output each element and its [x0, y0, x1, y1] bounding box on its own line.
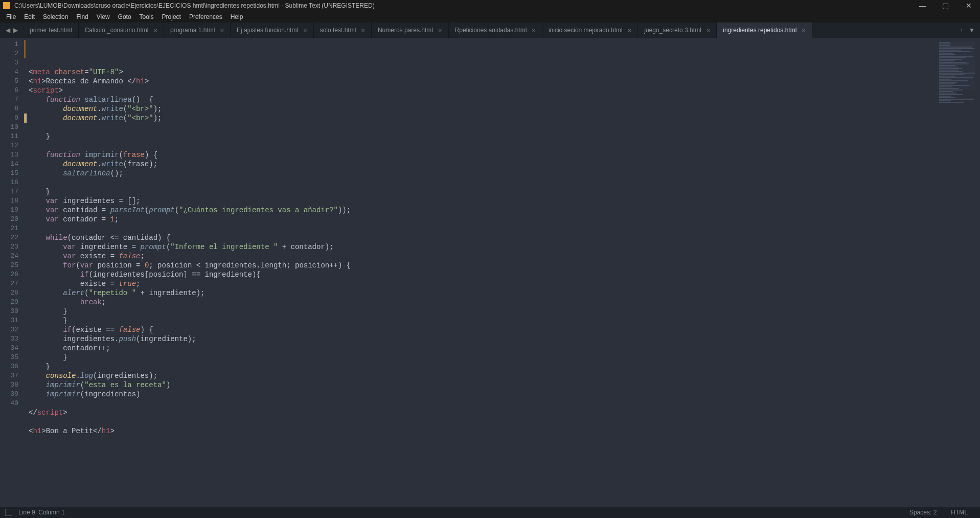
tab-close-icon[interactable]: ×: [361, 27, 365, 34]
code-line[interactable]: document.write("<br>");: [29, 104, 919, 114]
close-button[interactable]: ✕: [957, 0, 980, 11]
menu-tools[interactable]: Tools: [135, 13, 158, 20]
tab-close-icon[interactable]: ×: [706, 27, 711, 34]
menu-selection[interactable]: Selection: [39, 13, 72, 20]
tab-label: inicio secion mejorado.html: [549, 27, 623, 34]
code-line[interactable]: [29, 178, 919, 187]
code-line[interactable]: function imprimir(frase) {: [29, 150, 919, 160]
code-line[interactable]: }: [29, 316, 919, 325]
code-line[interactable]: [29, 224, 919, 233]
status-position[interactable]: Line 9, Column 1: [18, 509, 65, 516]
code-line[interactable]: var contador = 1;: [29, 215, 919, 224]
code-line[interactable]: for(var posicion = 0; posicion < ingredi…: [29, 261, 919, 270]
code-line[interactable]: [29, 123, 919, 132]
code-line[interactable]: [29, 417, 919, 426]
status-syntax[interactable]: HTML: [944, 509, 975, 516]
tab-label: Ej ajustes funcion.html: [237, 27, 298, 34]
menu-find[interactable]: Find: [72, 13, 92, 20]
menu-preferences[interactable]: Preferences: [185, 13, 226, 20]
tab-nav-prev[interactable]: ◀: [4, 27, 12, 34]
maximize-button[interactable]: ▢: [934, 0, 957, 11]
tab-0[interactable]: primer test.html: [24, 22, 79, 38]
code-line[interactable]: function saltarlinea() {: [29, 95, 919, 104]
line-gutter: 1234567891011121314151617181920212223242…: [0, 38, 26, 507]
menu-project[interactable]: Project: [158, 13, 185, 20]
code-line[interactable]: contador++;: [29, 344, 919, 353]
code-line[interactable]: if(existe == false) {: [29, 325, 919, 334]
menu-edit[interactable]: Edit: [20, 13, 39, 20]
tab-nav-arrows: ◀ ▶: [0, 22, 24, 38]
tab-9[interactable]: ingredientes repetidos.html×: [717, 22, 812, 38]
tab-label: ingredientes repetidos.html: [723, 27, 796, 34]
tab-label: Rpeticiones anidadas.html: [455, 27, 527, 34]
minimap[interactable]: [919, 38, 980, 507]
code-line[interactable]: break;: [29, 298, 919, 307]
code-line[interactable]: saltarlinea();: [29, 169, 919, 178]
code-line[interactable]: var existe = false;: [29, 252, 919, 261]
minimize-button[interactable]: —: [911, 0, 934, 11]
menu-file[interactable]: File: [2, 13, 20, 20]
window-title: C:\Users\LUMOB\Downloads\cruso oracle\Ej…: [14, 2, 911, 9]
code-line[interactable]: }: [29, 307, 919, 316]
tabbar: ◀ ▶ primer test.htmlCalculo _consumo.htm…: [0, 22, 980, 38]
app-icon: [3, 2, 10, 9]
code-line[interactable]: var ingredientes = [];: [29, 196, 919, 206]
tab-close-icon[interactable]: ×: [438, 27, 442, 34]
code-area[interactable]: <meta charset="UTF-8"><h1>Recetas de Arm…: [26, 38, 919, 507]
code-line[interactable]: var cantidad = parseInt(prompt("¿Cuántos…: [29, 206, 919, 215]
panel-switcher-icon[interactable]: [5, 509, 12, 516]
code-line[interactable]: }: [29, 187, 919, 196]
status-indent[interactable]: Spaces: 2: [902, 509, 944, 516]
tab-close-icon[interactable]: ×: [532, 27, 536, 34]
code-line[interactable]: existe = true;: [29, 279, 919, 288]
tab-close-icon[interactable]: ×: [628, 27, 632, 34]
menu-help[interactable]: Help: [226, 13, 247, 20]
tab-4[interactable]: solo test.html×: [314, 22, 372, 38]
code-line[interactable]: alert("repetido " + ingrediente);: [29, 288, 919, 298]
tab-close-icon[interactable]: ×: [220, 27, 224, 34]
cursor: [26, 114, 27, 123]
tab-label: solo test.html: [320, 27, 356, 34]
code-line[interactable]: [29, 141, 919, 150]
code-line[interactable]: <h1>Recetas de Armando </h1>: [29, 77, 919, 86]
code-line[interactable]: }: [29, 362, 919, 371]
tab-8[interactable]: juego_secreto 3.html×: [638, 22, 717, 38]
code-line[interactable]: <h1>Bon a Petit</h1>: [29, 426, 919, 436]
menu-goto[interactable]: Goto: [114, 13, 135, 20]
code-line[interactable]: document.write("<br>");: [29, 114, 919, 123]
code-line[interactable]: <script>: [29, 86, 919, 95]
tab-label: primer test.html: [30, 27, 72, 34]
code-line[interactable]: imprimir("esta es la receta"): [29, 380, 919, 390]
window-controls: — ▢ ✕: [911, 0, 980, 11]
code-line[interactable]: [29, 399, 919, 408]
tab-3[interactable]: Ej ajustes funcion.html×: [231, 22, 314, 38]
tab-6[interactable]: Rpeticiones anidadas.html×: [449, 22, 542, 38]
tab-close-icon[interactable]: ×: [153, 27, 157, 34]
code-line[interactable]: </script>: [29, 408, 919, 417]
tab-dropdown-button[interactable]: ▼: [969, 27, 975, 34]
code-line[interactable]: }: [29, 353, 919, 362]
code-line[interactable]: document.write(frase);: [29, 160, 919, 169]
code-line[interactable]: var ingrediente = prompt("Informe el ing…: [29, 242, 919, 252]
code-line[interactable]: if(ingredientes[posicion] == ingrediente…: [29, 270, 919, 279]
new-tab-button[interactable]: +: [960, 27, 964, 34]
code-line[interactable]: }: [29, 132, 919, 141]
editor[interactable]: 1234567891011121314151617181920212223242…: [0, 38, 980, 507]
code-line[interactable]: while(contador <= cantidad) {: [29, 233, 919, 242]
tab-label: juego_secreto 3.html: [644, 27, 701, 34]
tab-5[interactable]: Numeros pares.html×: [372, 22, 449, 38]
tab-nav-next[interactable]: ▶: [12, 27, 19, 34]
tab-close-icon[interactable]: ×: [802, 27, 806, 34]
code-line[interactable]: imprimir(ingredientes): [29, 390, 919, 399]
tab-7[interactable]: inicio secion mejorado.html×: [542, 22, 638, 38]
tab-close-icon[interactable]: ×: [303, 27, 307, 34]
code-line[interactable]: console.log(ingredientes);: [29, 371, 919, 380]
code-line[interactable]: <meta charset="UTF-8">: [29, 67, 919, 77]
tab-2[interactable]: programa 1.html×: [164, 22, 231, 38]
menu-view[interactable]: View: [93, 13, 114, 20]
tab-1[interactable]: Calculo _consumo.html×: [79, 22, 164, 38]
titlebar: C:\Users\LUMOB\Downloads\cruso oracle\Ej…: [0, 0, 980, 11]
code-line[interactable]: ingredientes.push(ingrediente);: [29, 334, 919, 344]
tab-label: programa 1.html: [170, 27, 215, 34]
tab-label: Calculo _consumo.html: [85, 27, 149, 34]
